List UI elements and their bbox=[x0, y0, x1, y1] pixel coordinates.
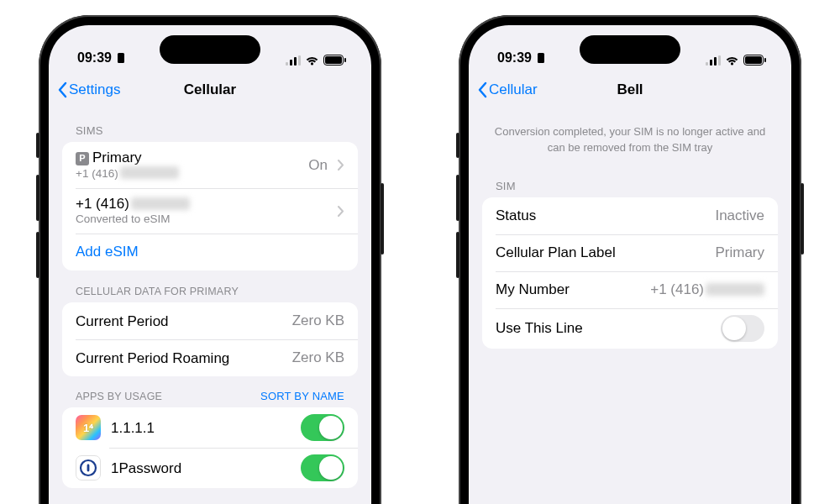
sim-primary-title: PPrimary bbox=[76, 149, 298, 166]
roaming-value: Zero KB bbox=[292, 349, 344, 366]
side-button bbox=[36, 133, 39, 158]
status-time: 09:39 bbox=[497, 50, 532, 66]
current-period-label: Current Period bbox=[76, 312, 282, 330]
plan-label-value: Primary bbox=[715, 244, 764, 261]
side-button bbox=[456, 232, 459, 278]
my-number-value: +1 (416) bbox=[650, 281, 764, 298]
status-value: Inactive bbox=[715, 207, 764, 224]
svg-rect-3 bbox=[294, 57, 297, 66]
status-row[interactable]: Status Inactive bbox=[482, 197, 778, 234]
app-toggle[interactable] bbox=[301, 414, 344, 441]
screen: 09:39 Settings Cellular SIMs bbox=[49, 25, 371, 504]
current-period-value: Zero KB bbox=[292, 312, 344, 329]
sim-group: Status Inactive Cellular Plan Label Prim… bbox=[482, 197, 778, 349]
side-button bbox=[36, 232, 39, 278]
svg-rect-1 bbox=[286, 62, 288, 66]
use-this-line-toggle[interactable] bbox=[721, 315, 764, 342]
svg-rect-2 bbox=[290, 60, 292, 66]
phone-right: 09:39 Cellular Bell Conversion completed… bbox=[459, 15, 801, 504]
roaming-row[interactable]: Current Period Roaming Zero KB bbox=[62, 339, 358, 376]
redacted bbox=[131, 197, 190, 210]
side-button bbox=[456, 175, 459, 221]
use-this-line-row[interactable]: Use This Line bbox=[482, 308, 778, 349]
svg-rect-12 bbox=[710, 60, 712, 66]
redacted bbox=[120, 166, 179, 179]
sort-by-name-button[interactable]: SORT BY NAME bbox=[260, 390, 344, 402]
svg-rect-13 bbox=[714, 57, 717, 66]
chevron-left-icon bbox=[57, 81, 67, 98]
app-row-cloudflare[interactable]: 1⁴ 1.1.1.1 bbox=[62, 407, 358, 448]
sim-row-converted[interactable]: +1 (416) Converted to eSIM bbox=[62, 188, 358, 234]
primary-badge-icon: P bbox=[76, 152, 89, 165]
svg-rect-14 bbox=[718, 55, 721, 66]
roaming-label: Current Period Roaming bbox=[76, 349, 282, 367]
current-period-row[interactable]: Current Period Zero KB bbox=[62, 302, 358, 339]
wifi-icon bbox=[725, 55, 739, 66]
nav-bar: Cellular Bell bbox=[469, 71, 791, 109]
sim-converted-number: +1 (416) bbox=[76, 195, 328, 213]
svg-rect-6 bbox=[325, 56, 342, 64]
svg-rect-4 bbox=[298, 55, 301, 66]
back-button[interactable]: Cellular bbox=[477, 81, 538, 98]
sims-group: PPrimary +1 (416) On +1 (416) Con bbox=[62, 142, 358, 270]
app-name: 1.1.1.1 bbox=[111, 419, 291, 437]
back-button[interactable]: Settings bbox=[57, 81, 120, 98]
app-row-1password[interactable]: 1Password bbox=[62, 448, 358, 488]
section-header-sim: SIM bbox=[482, 165, 778, 197]
back-label: Settings bbox=[69, 81, 120, 98]
page-title: Bell bbox=[617, 81, 643, 98]
redacted bbox=[706, 283, 764, 296]
screen: 09:39 Cellular Bell Conversion completed… bbox=[469, 25, 791, 504]
app-toggle[interactable] bbox=[301, 454, 344, 481]
app-name: 1Password bbox=[111, 459, 291, 477]
my-number-label: My Number bbox=[496, 281, 640, 298]
sim-converted-sub: Converted to eSIM bbox=[76, 213, 328, 227]
chevron-right-icon bbox=[338, 206, 344, 217]
status-time: 09:39 bbox=[77, 50, 112, 66]
use-this-line-label: Use This Line bbox=[496, 319, 711, 337]
svg-rect-17 bbox=[764, 58, 766, 62]
status-label: Status bbox=[496, 207, 705, 224]
svg-rect-0 bbox=[118, 53, 124, 63]
dynamic-island bbox=[580, 35, 680, 64]
chevron-left-icon bbox=[477, 81, 487, 98]
svg-rect-9 bbox=[87, 465, 90, 472]
section-header-data: CELLULAR DATA FOR PRIMARY bbox=[62, 270, 358, 302]
plan-label-label: Cellular Plan Label bbox=[496, 244, 705, 261]
side-button bbox=[36, 175, 39, 221]
nav-bar: Settings Cellular bbox=[49, 71, 371, 109]
phone-left: 09:39 Settings Cellular SIMs bbox=[39, 15, 381, 504]
battery-icon bbox=[323, 55, 346, 66]
side-button bbox=[456, 133, 459, 158]
apps-header: APPS BY USAGE SORT BY NAME bbox=[62, 376, 358, 407]
svg-rect-11 bbox=[706, 62, 708, 66]
svg-rect-16 bbox=[745, 56, 762, 64]
conversion-note: Conversion completed, your SIM is no lon… bbox=[469, 109, 791, 165]
app-icon-cloudflare: 1⁴ bbox=[76, 415, 101, 440]
apps-group: 1⁴ 1.1.1.1 1Password bbox=[62, 407, 358, 488]
chevron-right-icon bbox=[338, 160, 344, 171]
page-title: Cellular bbox=[184, 81, 236, 98]
focus-icon bbox=[536, 52, 546, 64]
svg-rect-7 bbox=[344, 58, 346, 62]
back-label: Cellular bbox=[489, 81, 538, 98]
cellular-icon bbox=[286, 55, 301, 66]
apps-header-label: APPS BY USAGE bbox=[76, 391, 162, 402]
add-esim-label: Add eSIM bbox=[76, 244, 139, 260]
my-number-row[interactable]: My Number +1 (416) bbox=[482, 271, 778, 308]
side-button bbox=[801, 183, 804, 255]
data-group: Current Period Zero KB Current Period Ro… bbox=[62, 302, 358, 376]
section-header-sims: SIMs bbox=[62, 109, 358, 142]
add-esim-button[interactable]: Add eSIM bbox=[62, 234, 358, 270]
sim-row-primary[interactable]: PPrimary +1 (416) On bbox=[62, 142, 358, 188]
side-button bbox=[381, 183, 384, 255]
cellular-icon bbox=[706, 55, 721, 66]
plan-label-row[interactable]: Cellular Plan Label Primary bbox=[482, 234, 778, 271]
focus-icon bbox=[116, 52, 126, 64]
wifi-icon bbox=[305, 55, 319, 66]
dynamic-island bbox=[160, 35, 260, 64]
battery-icon bbox=[743, 55, 766, 66]
app-icon-1password bbox=[76, 455, 101, 480]
sim-primary-number: +1 (416) bbox=[76, 166, 298, 181]
sim-primary-status: On bbox=[308, 157, 328, 174]
